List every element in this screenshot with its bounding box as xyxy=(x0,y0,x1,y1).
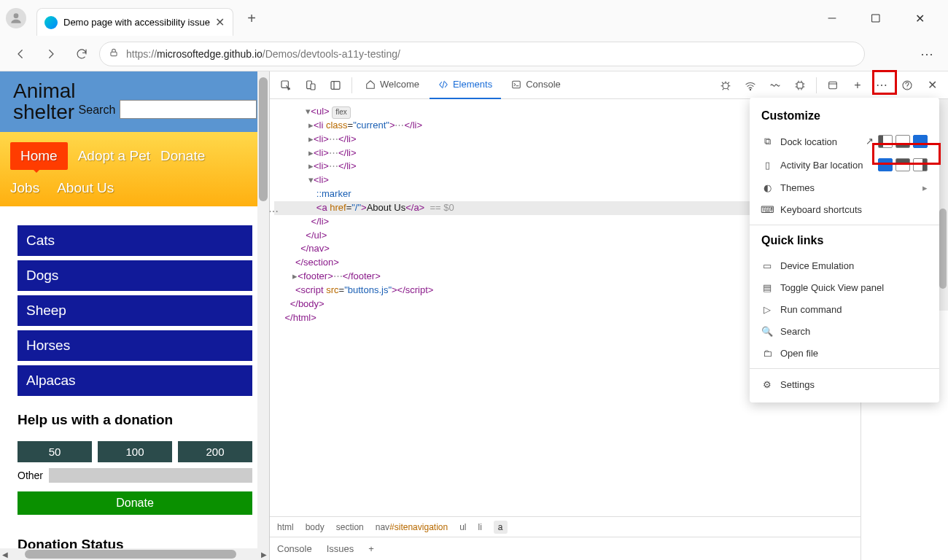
category-horses[interactable]: Horses xyxy=(18,330,252,361)
shortcuts-row[interactable]: ⌨ Keyboard shortcuts xyxy=(750,198,939,220)
svg-point-10 xyxy=(723,82,729,88)
category-list: Cats Dogs Sheep Horses Alpacas xyxy=(0,206,270,399)
category-alpacas[interactable]: Alpacas xyxy=(18,365,252,396)
activity-right-icon[interactable] xyxy=(913,158,928,171)
activity-bar-icon: ▯ xyxy=(761,159,773,171)
page-horizontal-scrollbar[interactable]: ◀▶ xyxy=(0,548,269,560)
nav-donate[interactable]: Donate xyxy=(160,148,205,164)
run-icon: ▷ xyxy=(761,303,773,315)
other-amount-input[interactable] xyxy=(49,468,252,483)
gear-icon: ⚙ xyxy=(761,378,773,390)
profile-avatar[interactable] xyxy=(6,8,26,28)
tab-elements[interactable]: Elements xyxy=(430,71,501,99)
new-tab-button[interactable]: + xyxy=(241,7,263,29)
window-icon[interactable] xyxy=(821,74,844,97)
other-label: Other xyxy=(18,470,43,481)
tab-title: Demo page with accessibility issue xyxy=(63,17,214,28)
tab-welcome[interactable]: Welcome xyxy=(357,71,428,99)
tab-console[interactable]: Console xyxy=(502,71,570,99)
page-vertical-scrollbar[interactable] xyxy=(257,71,269,560)
svg-rect-9 xyxy=(513,81,521,88)
svg-rect-13 xyxy=(829,82,837,88)
search-icon: 🔍 xyxy=(761,325,773,337)
help-icon[interactable] xyxy=(895,74,919,97)
chevron-right-icon: ▸ xyxy=(922,182,928,193)
browser-chrome: Demo page with accessibility issue ✕ + ✕… xyxy=(0,0,948,71)
run-command-row[interactable]: ▷Run command xyxy=(750,298,939,320)
drawer-tabs: Console Issues + xyxy=(270,537,860,560)
search-row[interactable]: 🔍Search xyxy=(750,320,939,342)
refresh-button[interactable] xyxy=(69,41,95,67)
themes-row[interactable]: ◐ Themes ▸ xyxy=(750,176,939,198)
undock-icon[interactable]: ↗ xyxy=(863,135,875,147)
quick-links-title: Quick links xyxy=(750,230,939,254)
site-navigation: Home Adopt a Pet Donate Jobs About Us xyxy=(0,132,270,206)
devtools-toolbar: Welcome Elements Console + ⋯ ✕ xyxy=(270,71,948,99)
donate-100[interactable]: 100 xyxy=(98,441,172,462)
drawer-tab-issues[interactable]: Issues xyxy=(327,543,354,554)
titlebar: Demo page with accessibility issue ✕ + ✕ xyxy=(0,0,948,36)
category-cats[interactable]: Cats xyxy=(18,225,252,256)
close-window-button[interactable]: ✕ xyxy=(909,7,930,29)
performance-icon[interactable] xyxy=(764,74,787,97)
browser-tab[interactable]: Demo page with accessibility issue ✕ xyxy=(36,8,233,36)
devtools-more-button[interactable]: ⋯ xyxy=(871,74,894,97)
folder-icon: 🗀 xyxy=(761,347,773,359)
dock-bottom-icon[interactable] xyxy=(895,135,910,148)
donation-heading: Help us with a donation xyxy=(18,412,252,428)
bug-icon[interactable] xyxy=(714,74,737,97)
category-dogs[interactable]: Dogs xyxy=(18,260,252,291)
site-header: Animalshelter Search xyxy=(0,71,270,132)
address-bar[interactable]: https://microsoftedge.github.io/Demos/de… xyxy=(99,42,865,66)
drawer-add-icon[interactable]: + xyxy=(368,543,374,554)
quickview-icon: ▤ xyxy=(761,281,773,293)
forward-button[interactable] xyxy=(38,41,64,67)
activity-bar-row[interactable]: ▯ Activity Bar location xyxy=(750,153,939,176)
network-icon[interactable] xyxy=(739,74,762,97)
dock-options: ↗ xyxy=(863,135,928,148)
nav-about[interactable]: About Us xyxy=(57,180,114,196)
overflow-indicator-icon: ⋯ xyxy=(270,206,280,217)
open-file-row[interactable]: 🗀Open file xyxy=(750,342,939,364)
dock-icon: ⧉ xyxy=(761,136,773,147)
back-button[interactable] xyxy=(7,41,34,67)
device-toggle-icon[interactable] xyxy=(299,74,322,97)
nav-adopt[interactable]: Adopt a Pet xyxy=(78,148,150,164)
svg-rect-6 xyxy=(311,84,315,90)
device-emulation-row[interactable]: ▭Device Emulation xyxy=(750,254,939,276)
lock-icon xyxy=(109,47,119,61)
inspect-element-icon[interactable] xyxy=(274,74,298,97)
dock-location-row[interactable]: ⧉ Dock location ↗ xyxy=(750,130,939,153)
url-text: https://microsoftedge.github.io/Demos/de… xyxy=(126,48,400,60)
toggle-quickview-row[interactable]: ▤Toggle Quick View panel xyxy=(750,276,939,298)
customize-title: Customize xyxy=(750,105,939,130)
memory-icon[interactable] xyxy=(788,74,812,97)
donate-button[interactable]: Donate xyxy=(18,491,252,515)
svg-point-0 xyxy=(14,13,19,18)
nav-jobs[interactable]: Jobs xyxy=(10,180,39,196)
devtools-close-button[interactable]: ✕ xyxy=(920,74,944,97)
tab-close-button[interactable]: ✕ xyxy=(214,17,225,28)
activity-top-icon[interactable] xyxy=(895,158,910,171)
add-tab-icon[interactable]: + xyxy=(846,74,869,97)
elements-scrollbar[interactable] xyxy=(938,99,948,311)
search-input[interactable] xyxy=(120,100,257,119)
donate-50[interactable]: 50 xyxy=(18,441,92,462)
browser-menu-button[interactable]: ⋯ xyxy=(914,41,941,67)
donate-200[interactable]: 200 xyxy=(178,441,252,462)
address-bar-row: https://microsoftedge.github.io/Demos/de… xyxy=(0,36,948,71)
rendered-page-pane: Animalshelter Search Home Adopt a Pet Do… xyxy=(0,71,270,560)
drawer-tab-console[interactable]: Console xyxy=(277,543,312,554)
category-sheep[interactable]: Sheep xyxy=(18,295,252,326)
panel-toggle-icon[interactable] xyxy=(324,74,347,97)
minimize-button[interactable] xyxy=(821,7,843,29)
maximize-button[interactable] xyxy=(865,7,887,29)
nav-home[interactable]: Home xyxy=(10,142,68,170)
dock-right-icon[interactable] xyxy=(913,135,928,148)
svg-rect-2 xyxy=(872,15,879,22)
dom-breadcrumb[interactable]: html body section nav#sitenavigation ul … xyxy=(270,516,860,537)
settings-row[interactable]: ⚙Settings xyxy=(750,373,939,395)
dock-left-icon[interactable] xyxy=(878,135,893,148)
window-controls: ✕ xyxy=(821,7,942,29)
activity-left-icon[interactable] xyxy=(878,158,893,171)
